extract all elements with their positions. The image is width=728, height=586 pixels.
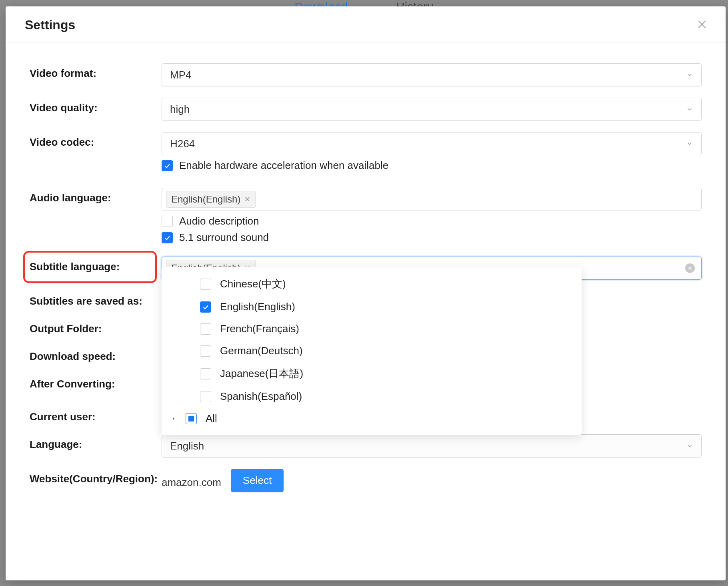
subtitle-option[interactable]: Japanese(日本語) bbox=[186, 362, 582, 385]
subtitle-option-checkbox[interactable] bbox=[200, 279, 211, 290]
language-label: Language: bbox=[30, 434, 162, 451]
video-codec-value: H264 bbox=[170, 138, 195, 150]
video-quality-select[interactable]: high bbox=[162, 98, 702, 121]
remove-tag-icon[interactable]: ✕ bbox=[244, 195, 250, 204]
chevron-down-icon bbox=[686, 69, 693, 81]
hw-accel-checkbox[interactable] bbox=[162, 160, 173, 171]
subtitle-option[interactable]: German(Deutsch) bbox=[186, 340, 582, 362]
subtitle-option-checkbox[interactable] bbox=[200, 391, 211, 402]
modal-body: Video format: MP4 Video quality: high bbox=[6, 42, 726, 580]
output-folder-label: Output Folder: bbox=[30, 319, 162, 335]
video-format-label: Video format: bbox=[30, 63, 162, 80]
tab-download-bg: Download bbox=[295, 0, 348, 6]
subtitle-option-label: German(Deutsch) bbox=[220, 345, 303, 357]
chevron-down-icon bbox=[686, 103, 693, 116]
website-label: Website(Country/Region): bbox=[30, 469, 162, 485]
surround-label: 5.1 surround sound bbox=[179, 231, 269, 244]
subtitles-saved-as-label: Subtitles are saved as: bbox=[30, 291, 162, 307]
modal-title: Settings bbox=[25, 18, 75, 32]
download-speed-label: Download speed: bbox=[30, 346, 162, 363]
audio-description-label: Audio description bbox=[179, 215, 259, 227]
subtitle-option[interactable]: Chinese(中文) bbox=[186, 272, 582, 296]
subtitle-option-checkbox[interactable] bbox=[200, 345, 211, 357]
audio-language-label: Audio language: bbox=[30, 188, 162, 204]
chevron-down-icon bbox=[686, 138, 693, 150]
video-quality-label: Video quality: bbox=[30, 98, 162, 114]
tab-history-bg: History bbox=[396, 0, 433, 6]
surround-checkbox[interactable] bbox=[162, 232, 173, 243]
settings-modal: Settings Video format: MP4 V bbox=[6, 6, 726, 580]
video-format-value: MP4 bbox=[170, 69, 191, 81]
audio-language-tag[interactable]: English(English) ✕ bbox=[166, 191, 256, 208]
all-languages-label: All bbox=[206, 412, 217, 425]
subtitle-option-checkbox[interactable] bbox=[200, 323, 211, 335]
after-converting-label: After Converting: bbox=[30, 374, 162, 390]
subtitle-language-label: Subtitle language: bbox=[30, 261, 120, 273]
svg-marker-4 bbox=[173, 417, 174, 420]
video-codec-label: Video codec: bbox=[30, 132, 162, 149]
audio-description-checkbox[interactable] bbox=[162, 216, 173, 227]
chevron-down-icon bbox=[686, 440, 693, 452]
subtitle-option[interactable]: French(Français) bbox=[186, 318, 582, 340]
subtitle-option-label: English(English) bbox=[220, 301, 295, 313]
language-select[interactable]: English bbox=[162, 434, 702, 458]
hw-accel-label: Enable hardware acceleration when availa… bbox=[179, 159, 388, 172]
close-button[interactable] bbox=[695, 18, 709, 32]
clear-all-button[interactable] bbox=[685, 263, 695, 273]
background-tabs: Download History bbox=[0, 0, 728, 6]
audio-language-input[interactable]: English(English) ✕ bbox=[162, 188, 702, 211]
subtitle-option-label: Japanese(日本語) bbox=[220, 367, 303, 381]
video-quality-value: high bbox=[170, 103, 190, 116]
language-value: English bbox=[170, 440, 204, 452]
current-user-label: Current user: bbox=[30, 407, 162, 423]
subtitle-option-checkbox[interactable] bbox=[200, 301, 211, 313]
website-value: amazon.com bbox=[162, 472, 221, 489]
website-select-button[interactable]: Select bbox=[231, 469, 284, 492]
video-codec-select[interactable]: H264 bbox=[162, 132, 702, 155]
close-icon bbox=[697, 19, 707, 31]
modal-header: Settings bbox=[6, 6, 726, 42]
video-format-select[interactable]: MP4 bbox=[162, 63, 702, 86]
subtitle-option-label: French(Français) bbox=[220, 323, 299, 335]
subtitle-option-checkbox[interactable] bbox=[200, 368, 211, 379]
subtitle-option[interactable]: Spanish(Español) bbox=[186, 385, 582, 407]
expand-caret-icon[interactable] bbox=[171, 416, 177, 421]
subtitle-option-label: Spanish(Español) bbox=[220, 390, 302, 403]
subtitle-language-dropdown[interactable]: Chinese(中文)English(English)French(França… bbox=[162, 267, 582, 435]
all-languages-checkbox[interactable] bbox=[186, 413, 197, 424]
subtitle-option-label: Chinese(中文) bbox=[220, 277, 286, 291]
subtitle-option[interactable]: English(English) bbox=[186, 296, 582, 318]
